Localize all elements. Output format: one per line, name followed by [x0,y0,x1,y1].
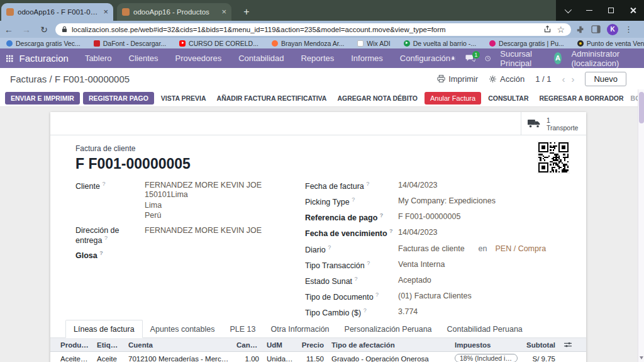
bookmark-item[interactable]: Descarga gratis Vec... [6,40,80,47]
cell-impuestos[interactable]: 18% (Included in price) [451,354,521,362]
tab-apuntes-contables[interactable]: Apuntes contables [143,320,223,337]
new-tab-button[interactable]: + [240,6,253,18]
col-etiqueta[interactable]: Etiqueta [93,341,125,349]
add-debit-note-button[interactable]: AGREGAR NOTA DÉBITO [333,92,421,105]
menu-informes[interactable]: Informes [351,54,383,63]
bookmark-item[interactable]: Descarga gratis | Pu... [489,40,564,47]
cancel-invoice-button[interactable]: Anular Factura [425,92,481,105]
field-value[interactable]: 3.774 [398,307,418,317]
action-menu-button[interactable]: Acción [489,74,525,84]
tab-close-icon[interactable]: × [221,8,226,16]
invoice-line-row[interactable]: Aceite primor Aceite 7012100 Mercaderías… [50,352,586,362]
apps-grid-icon[interactable] [6,54,13,63]
browser-tab-active[interactable]: odooApp16 - F F001-00000005 × [1,3,113,21]
app-name[interactable]: Facturacion [19,53,69,64]
bookmark-item[interactable]: Wix ADI [357,40,390,47]
bookmark-item[interactable]: CURSO DE CORELD... [179,40,258,47]
maximize-button[interactable] [600,0,622,21]
browser-profile-avatar[interactable]: K [607,24,618,35]
breadcrumb-parent[interactable]: Facturas [10,74,47,84]
tab-ple-13[interactable]: PLE 13 [222,320,263,337]
transport-stat-button[interactable]: 1 Transporte [521,112,586,135]
cell-subtotal[interactable]: S/ 9.75 [521,355,559,362]
send-print-button[interactable]: ENVIAR E IMPRIMIR [5,92,80,105]
col-impuestos[interactable]: Impuestos [451,341,521,349]
menu-clientes[interactable]: Clientes [129,54,158,63]
reload-button[interactable]: ↻ [35,25,53,35]
col-cantidad[interactable]: Cantidad [233,341,263,349]
field-value[interactable]: F F001-00000005 [398,212,460,222]
close-button[interactable] [622,0,644,21]
pager-next-icon[interactable]: › [571,74,574,84]
col-udm[interactable]: UdM [263,341,297,349]
field-value[interactable]: 14/04/2023 [398,228,438,238]
tax-tag[interactable]: 18% (Included in price) [455,354,518,362]
browser-tab-inactive[interactable]: odooApp16 - Productos × [117,3,231,21]
field-value[interactable]: (01) Factura Clientes [398,291,472,302]
activities-clock-icon[interactable] [485,54,491,63]
odoo-navbar: Facturacion Tablero Clientes Proveedores… [0,48,644,68]
company-selector[interactable]: Sucursal Principal [500,49,544,68]
menu-proveedores[interactable]: Proveedores [175,54,221,63]
field-value[interactable]: My Company: Expediciones [398,196,496,206]
pager-previous-icon[interactable]: ‹ [562,74,565,84]
cell-etiqueta[interactable]: Aceite [93,355,125,362]
bookmark-item[interactable]: De vuelta al barrio -... [404,40,476,47]
tab-otra-informacion[interactable]: Otra Información [263,320,336,337]
cell-udm[interactable]: Unidades [263,355,297,362]
col-subtotal[interactable]: Subtotal [521,341,559,349]
cell-cantidad[interactable]: 1.00 [233,355,263,362]
bookmark-item[interactable]: DaFont - Descargar... [94,40,166,47]
optional-columns-button[interactable] [559,341,580,348]
currency-link[interactable]: PEN / Compra [496,244,547,254]
address-bar[interactable]: localizacion.solse.pe/web#id=32&cids=1&b… [55,23,571,36]
share-icon[interactable] [543,25,552,33]
consult-button[interactable]: CONSULTAR [484,92,532,105]
menu-reportes[interactable]: Reportes [301,54,334,63]
col-producto[interactable]: Producto [57,341,93,349]
back-button[interactable]: ← [0,25,18,35]
user-avatar[interactable]: A [554,52,562,64]
minimize-button[interactable] [578,0,600,21]
side-panel-icon[interactable] [591,25,601,33]
cell-cuenta[interactable]: 7012100 Mercaderías - Mercadería [125,355,233,362]
field-value[interactable]: Aceptado [398,276,431,286]
messages-button[interactable]: 1 [465,54,475,62]
cell-producto[interactable]: Aceite primor [57,355,93,362]
scrollbar-thumb[interactable] [639,92,644,123]
tab-close-icon[interactable]: × [103,8,108,16]
preview-button[interactable]: VISTA PREVIA [157,92,210,105]
forward-button[interactable]: → [18,25,35,35]
cell-tipo-afectacion[interactable]: Gravado - Operación Onerosa [328,355,451,362]
cell-precio[interactable]: 11.50 [297,355,328,362]
bookmark-item[interactable]: Punto de venta Ven... [577,40,644,47]
menu-contabilidad[interactable]: Contabilidad [238,54,284,63]
field-value[interactable]: FERNANDEZ MORE KEVIN JOE 150101Lima Lima… [145,181,262,221]
extensions-icon[interactable] [576,25,585,34]
col-cuenta[interactable]: Cuenta [125,341,233,349]
add-credit-note-button[interactable]: AÑADIR FACTURA RECTIFICATIVA [213,92,331,105]
new-record-button[interactable]: Nuevo [585,72,626,86]
bug-icon[interactable] [450,54,456,62]
field-value[interactable]: Venta Interna [398,260,445,270]
tab-personalizacion-peruana[interactable]: Personalización Peruana [337,320,440,337]
tab-search-button[interactable] [556,0,578,21]
scroll-down-arrow-icon[interactable] [640,356,643,359]
user-menu[interactable]: Administrator (localizacion) [571,49,638,68]
col-tipo-afectacion[interactable]: Tipo de afectación [328,341,451,349]
field-value[interactable]: FERNANDEZ MORE KEVIN JOE [145,226,262,245]
browser-menu-icon[interactable]: ⋮ [625,25,633,34]
vertical-scrollbar[interactable] [638,89,644,362]
print-button[interactable]: Imprimir [437,74,478,84]
menu-tablero[interactable]: Tablero [85,54,112,63]
field-value[interactable]: Facturas de cliente [398,244,465,254]
tab-lineas-factura[interactable]: Líneas de factura [65,320,143,338]
field-value[interactable]: 14/04/2023 [398,181,438,191]
col-precio[interactable]: Precio [297,341,328,349]
menu-configuracion[interactable]: Configuración [400,54,450,63]
tab-contabilidad-peruana[interactable]: Contabilidad Peruana [440,320,530,337]
register-payment-button[interactable]: REGISTRAR PAGO [83,92,154,105]
bookmark-star-icon[interactable]: ☆ [557,25,565,35]
reset-to-draft-button[interactable]: REGRESAR A BORRADOR [535,92,627,105]
bookmark-item[interactable]: Brayan Mendoza Ar... [272,40,344,47]
